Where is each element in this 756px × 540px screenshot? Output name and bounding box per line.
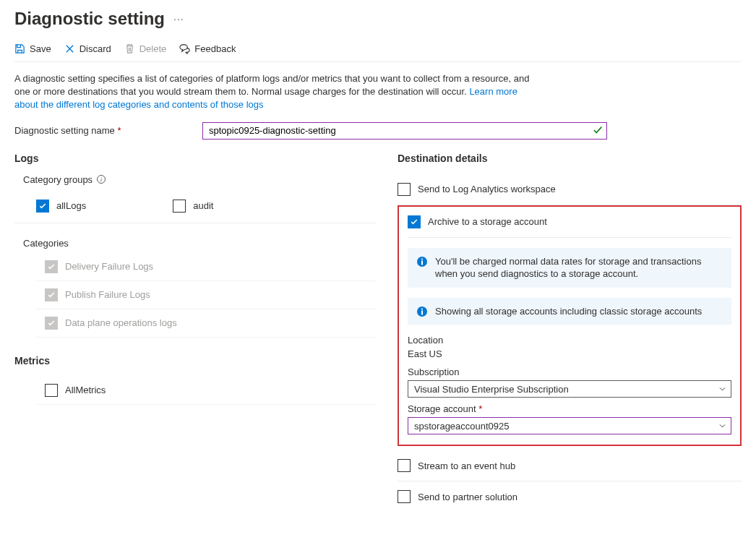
audit-checkbox[interactable] bbox=[173, 200, 186, 213]
subscription-select[interactable]: Visual Studio Enterprise Subscription bbox=[408, 380, 731, 398]
save-button[interactable]: Save bbox=[14, 43, 51, 54]
svg-rect-5 bbox=[421, 310, 423, 314]
audit-label: audit bbox=[193, 200, 213, 211]
svg-rect-2 bbox=[421, 260, 423, 265]
archive-storage-checkbox[interactable] bbox=[408, 215, 421, 228]
destination-section-title: Destination details bbox=[398, 153, 742, 164]
info-circle-icon bbox=[416, 256, 428, 267]
discard-label: Discard bbox=[80, 43, 111, 54]
archive-storage-section: Archive to a storage account You'll be c… bbox=[398, 205, 742, 447]
page-title: Diagnostic setting bbox=[14, 9, 165, 29]
category-checkbox-dataplane bbox=[45, 317, 58, 330]
categories-label: Categories bbox=[23, 238, 376, 249]
send-log-analytics-checkbox[interactable] bbox=[398, 183, 411, 196]
description-text: A diagnostic setting specifies a list of… bbox=[14, 72, 535, 112]
category-groups-label: Category groups i bbox=[23, 174, 376, 185]
setting-name-label: Diagnostic setting name * bbox=[14, 125, 202, 136]
chevron-down-icon bbox=[718, 422, 726, 430]
more-actions-button[interactable]: ··· bbox=[173, 13, 184, 25]
send-log-analytics-label: Send to Log Analytics workspace bbox=[418, 184, 556, 194]
feedback-icon bbox=[179, 43, 190, 54]
archive-storage-label: Archive to a storage account bbox=[428, 216, 547, 227]
info-icon[interactable]: i bbox=[97, 175, 106, 184]
info-circle-icon bbox=[416, 306, 428, 317]
feedback-label: Feedback bbox=[194, 43, 236, 54]
delete-label: Delete bbox=[139, 43, 167, 54]
location-value: East US bbox=[408, 348, 731, 359]
valid-check-icon bbox=[593, 125, 603, 135]
svg-point-4 bbox=[421, 308, 423, 309]
all-logs-label: allLogs bbox=[56, 200, 86, 211]
save-icon bbox=[14, 43, 25, 54]
all-metrics-label: AllMetrics bbox=[65, 385, 106, 395]
subscription-label: Subscription bbox=[408, 367, 731, 377]
save-label: Save bbox=[30, 43, 51, 54]
delete-button: Delete bbox=[124, 43, 167, 54]
stream-event-hub-label: Stream to an event hub bbox=[418, 460, 515, 471]
chevron-down-icon bbox=[718, 385, 726, 393]
location-label: Location bbox=[408, 335, 731, 346]
category-checkbox-publish bbox=[45, 288, 58, 301]
setting-name-input[interactable] bbox=[202, 122, 607, 140]
send-partner-label: Send to partner solution bbox=[418, 492, 517, 502]
feedback-button[interactable]: Feedback bbox=[179, 43, 236, 54]
discard-button[interactable]: Discard bbox=[64, 43, 111, 54]
all-logs-checkbox[interactable] bbox=[36, 200, 49, 213]
send-partner-checkbox[interactable] bbox=[398, 490, 411, 503]
metrics-section-title: Metrics bbox=[14, 355, 376, 367]
category-label: Data plane operations logs bbox=[65, 317, 177, 328]
close-icon bbox=[64, 43, 75, 54]
svg-point-1 bbox=[421, 258, 423, 260]
storage-account-select[interactable]: spstorageaccount0925 bbox=[408, 417, 731, 434]
stream-event-hub-checkbox[interactable] bbox=[398, 459, 411, 472]
info-banner-showing: Showing all storage accounts including c… bbox=[408, 298, 731, 325]
category-checkbox-delivery bbox=[45, 260, 58, 273]
delete-icon bbox=[124, 43, 135, 54]
info-banner-charges: You'll be charged normal data rates for … bbox=[408, 248, 731, 288]
logs-section-title: Logs bbox=[14, 153, 376, 164]
toolbar: Save Discard Delete Feedback bbox=[14, 43, 742, 62]
category-label: Publish Failure Logs bbox=[65, 289, 150, 300]
all-metrics-checkbox[interactable] bbox=[45, 384, 58, 397]
storage-account-label: Storage account * bbox=[408, 403, 731, 414]
category-label: Delivery Failure Logs bbox=[65, 261, 153, 272]
